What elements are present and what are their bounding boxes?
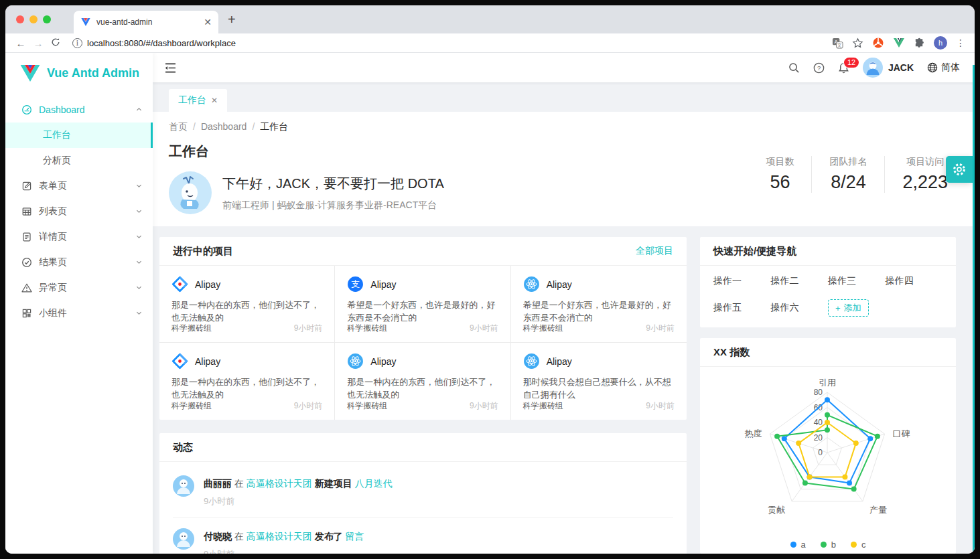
app-logo[interactable]: Vue Antd Admin [5,58,153,88]
activity-link[interactable]: 高逼格设计天团 [247,478,312,489]
all-projects-link[interactable]: 全部项目 [636,245,673,257]
bookmark-star-icon[interactable] [852,37,863,49]
breadcrumb-item[interactable]: 首页 [169,121,188,132]
project-card[interactable]: Alipay希望是一个好东西，也许是最好的，好东西是不会消亡的科学搬砖组9小时前 [511,266,687,343]
project-group-link[interactable]: 科学搬砖组 [347,400,387,412]
content-body: 进行中的项目 全部项目 Alipay那是一种内在的东西，他们到达不了，也无法触及… [153,226,975,554]
user-menu[interactable]: JACK [863,58,914,78]
theme-settings-button[interactable] [946,156,973,183]
vue-devtools-icon[interactable] [893,37,905,48]
quick-link-操作一[interactable]: 操作一 [713,275,771,287]
activity-link[interactable]: 留言 [346,531,364,542]
project-card[interactable]: Alipay那是一种内在的东西，他们到达不了，也无法触及的科学搬砖组9小时前 [159,266,335,343]
sidebar-item-列表页[interactable]: 列表页 [5,199,153,224]
sidebar-item-异常页[interactable]: 异常页 [5,275,153,301]
menu-fold-icon[interactable] [153,53,188,82]
stat-value: 8/24 [829,172,867,193]
project-card[interactable]: Alipay那时候我只会想自己想要什么，从不想自己拥有什么科学搬砖组9小时前 [511,343,687,420]
url-text[interactable]: localhost:8080/#/dashboard/workplace [87,38,236,48]
legend-item-c[interactable]: c [851,540,866,550]
browser-tab[interactable]: vue-antd-admin ✕ [74,11,218,33]
project-name[interactable]: Alipay [370,356,396,367]
sidebar-subitem-工作台[interactable]: 工作台 [5,123,153,148]
translate-icon[interactable]: A文 [832,37,843,49]
page-tab-workplace[interactable]: 工作台 ✕ [169,89,227,112]
project-card[interactable]: Alipay那是一种内在的东西，他们到达不了，也无法触及的科学搬砖组9小时前 [159,343,335,420]
project-name[interactable]: Alipay [370,279,396,290]
help-icon[interactable]: ? [813,62,825,74]
chrome-profile-avatar[interactable]: h [934,36,947,50]
svg-text:支: 支 [351,279,360,289]
minimize-window-button[interactable] [29,15,38,23]
sidebar: Vue Antd Admin Dashboard工作台分析页表单页列表页详情页结… [5,53,153,554]
project-group-link[interactable]: 科学搬砖组 [523,323,563,334]
activity-item: 付晓晓 在 高逼格设计天团 发布了 留言9小时前 [173,517,673,554]
quick-link-操作六[interactable]: 操作六 [771,302,829,314]
notification-badge: 12 [844,58,859,68]
add-quicklink-button[interactable]: +添加 [828,299,869,317]
quick-link-操作三[interactable]: 操作三 [828,275,886,287]
projects-grid: Alipay那是一种内在的东西，他们到达不了，也无法触及的科学搬砖组9小时前支A… [159,266,687,420]
appstore-icon [21,308,32,319]
project-group-link[interactable]: 科学搬砖组 [523,400,563,412]
activity-avatar [173,475,194,497]
address-bar[interactable]: i localhost:8080/#/dashboard/workplace [72,38,832,48]
legend-item-a[interactable]: a [790,540,806,550]
greeting-subtitle: 前端工程师 | 蚂蚁金服-计算服务事业群-REACT平台 [222,199,444,212]
activity-item: 曲丽丽 在 高逼格设计天团 新建项目 八月迭代9小时前 [173,465,673,517]
tab-close-icon[interactable]: ✕ [204,17,212,27]
sidebar-subitem-分析页[interactable]: 分析页 [5,148,153,173]
activity-time: 9小时前 [204,495,393,507]
react-icon [523,353,540,370]
extension-orange-icon[interactable] [872,37,884,49]
breadcrumb-item[interactable]: Dashboard [201,121,247,132]
sidebar-item-详情页[interactable]: 详情页 [5,224,153,250]
notification-bell[interactable]: 12 [838,62,849,74]
table-icon [21,206,32,217]
project-group-link[interactable]: 科学搬砖组 [171,400,212,412]
warning-icon [21,283,32,293]
sidebar-item-Dashboard[interactable]: Dashboard [5,97,153,123]
site-info-icon[interactable]: i [72,38,82,48]
extensions-puzzle-icon[interactable] [914,37,925,49]
sidebar-item-结果页[interactable]: 结果页 [5,250,153,275]
new-tab-button[interactable]: + [228,12,236,27]
chrome-menu-icon[interactable]: ⋮ [956,37,965,48]
sidebar-item-表单页[interactable]: 表单页 [5,173,153,199]
project-time: 9小时前 [294,323,323,334]
quick-link-操作四[interactable]: 操作四 [886,275,943,287]
project-card[interactable]: Alipay那是一种内在的东西，他们到达不了，也无法触及的科学搬砖组9小时前 [335,343,510,420]
project-group-link[interactable]: 科学搬砖组 [347,323,387,334]
page-tab-close-icon[interactable]: ✕ [211,96,218,105]
project-name[interactable]: Alipay [547,356,572,367]
activity-time: 9小时前 [204,548,364,554]
dashboard-icon [21,104,32,115]
quick-link-操作五[interactable]: 操作五 [713,302,771,314]
activity-link[interactable]: 八月迭代 [355,478,393,489]
activity-link[interactable]: 高逼格设计天团 [247,531,312,542]
project-name[interactable]: Alipay [195,356,220,367]
refresh-icon[interactable] [47,37,64,49]
legend-dot [790,542,796,548]
app-logo-text: Vue Antd Admin [47,66,139,80]
project-card[interactable]: 支Alipay希望是一个好东西，也许是最好的，好东西是不会消亡的科学搬砖组9小时… [335,266,510,343]
close-window-button[interactable] [16,15,24,23]
stat-label: 项目访问 [902,156,948,168]
quick-link-操作二[interactable]: 操作二 [771,275,829,287]
project-group-link[interactable]: 科学搬砖组 [171,323,212,334]
globe-icon [927,62,938,73]
project-name[interactable]: Alipay [195,279,220,290]
back-icon[interactable]: ← [12,37,29,49]
search-icon[interactable] [788,62,800,74]
maximize-window-button[interactable] [43,15,51,23]
radar-axis-label: 产量 [869,505,887,515]
language-switcher[interactable]: 简体 [927,62,960,74]
sidebar-item-label: 详情页 [39,231,67,243]
antd-icon [171,276,188,293]
app-root: Vue Antd Admin Dashboard工作台分析页表单页列表页详情页结… [5,53,975,554]
sidebar-item-小组件[interactable]: 小组件 [5,301,153,326]
project-desc: 希望是一个好东西，也许是最好的，好东西是不会消亡的 [523,299,675,323]
project-name[interactable]: Alipay [547,279,572,290]
forward-icon[interactable]: → [29,37,47,49]
legend-item-b[interactable]: b [821,540,836,550]
